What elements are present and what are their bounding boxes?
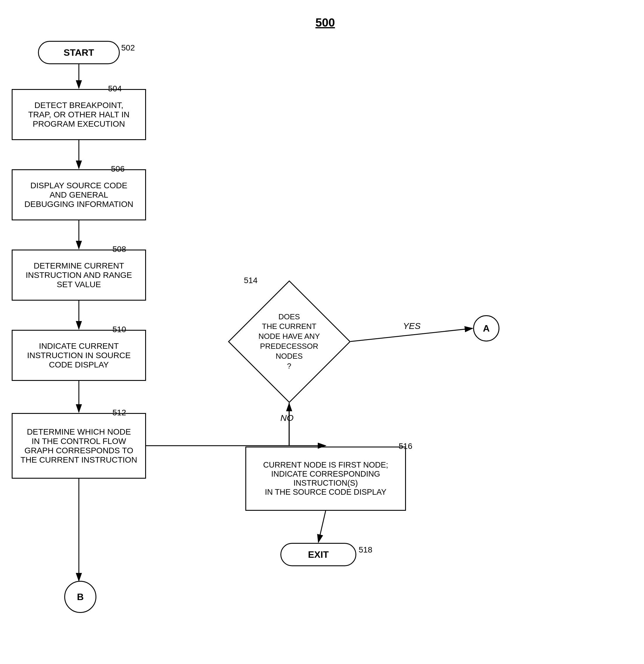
ref-514: 514 [244, 276, 258, 285]
diamond-514-text: DOES THE CURRENT NODE HAVE ANY PREDECESS… [259, 312, 320, 371]
connector-b: B [64, 581, 96, 613]
ref-502: 502 [121, 43, 135, 53]
ref-518: 518 [359, 545, 373, 555]
ref-508: 508 [113, 245, 126, 254]
svg-line-11 [318, 511, 326, 542]
diagram: 500 START 502 DETECT BREAKPOINT, TRAP, O… [0, 0, 644, 664]
diagram-title: 500 [316, 16, 335, 29]
step-504: DETECT BREAKPOINT, TRAP, OR OTHER HALT I… [12, 89, 146, 140]
step-516: CURRENT NODE IS FIRST NODE; INDICATE COR… [245, 447, 406, 511]
ref-516: 516 [399, 442, 412, 451]
ref-512: 512 [113, 408, 126, 417]
diamond-514: DOES THE CURRENT NODE HAVE ANY PREDECESS… [228, 280, 350, 403]
step-512: DETERMINE WHICH NODE IN THE CONTROL FLOW… [12, 413, 146, 479]
exit-node: EXIT [280, 543, 356, 566]
step-508: DETERMINE CURRENT INSTRUCTION AND RANGE … [12, 250, 146, 300]
ref-510: 510 [113, 325, 126, 334]
yes-label: YES [403, 321, 421, 331]
ref-506: 506 [111, 164, 125, 174]
step-510: INDICATE CURRENT INSTRUCTION IN SOURCE C… [12, 330, 146, 381]
start-node: START [38, 41, 120, 64]
step-506: DISPLAY SOURCE CODE AND GENERAL DEBUGGIN… [12, 169, 146, 220]
connector-a: A [473, 315, 499, 341]
ref-504: 504 [108, 84, 122, 94]
no-label: NO [280, 413, 294, 423]
